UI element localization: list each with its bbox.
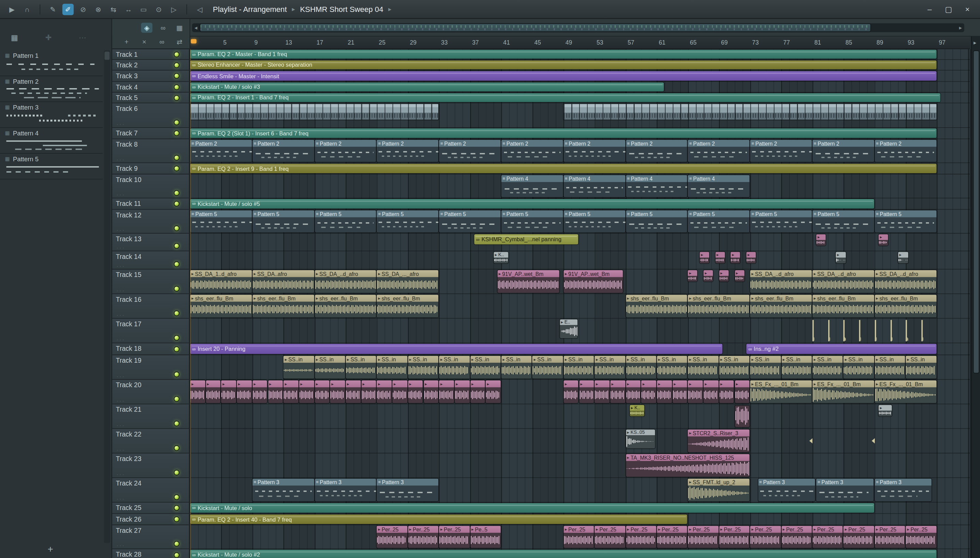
audio-clip[interactable]: ▸ — [719, 381, 734, 403]
audio-clip-small[interactable]: ▸KS..05 — [626, 429, 655, 448]
track-lane[interactable]: ∞Kickstart - Mute / solo #5 — [190, 199, 970, 210]
track-mute-led[interactable] — [174, 552, 180, 558]
automation-clip[interactable]: ∞Endless Smile - Master - Intensit — [190, 71, 936, 80]
audio-clip-small[interactable]: ▸E.. — [560, 319, 578, 338]
swap-icon[interactable]: ⇄ — [174, 36, 185, 47]
track-mute-led[interactable] — [174, 396, 180, 402]
track-header[interactable]: Track 17··· — [112, 319, 189, 343]
select-tool-icon[interactable]: ▭ — [138, 3, 149, 15]
track-header[interactable]: Track 9 — [112, 163, 189, 174]
track-header[interactable]: Track 7 — [112, 128, 189, 139]
pattern-clip[interactable]: ≡Pattern 2 — [501, 140, 563, 162]
audio-clip[interactable]: ▸ — [377, 381, 392, 403]
pattern-clip[interactable]: ≡Pattern 2 — [750, 140, 812, 162]
track-lane[interactable]: ∞Kickstart - Mute / solo — [190, 502, 970, 514]
pattern-clip[interactable]: ≡Pattern 2 — [626, 140, 687, 162]
playlist-vertical-scrollbar[interactable] — [971, 36, 980, 558]
pattern-clip[interactable]: ≡Pattern 5 — [875, 210, 936, 232]
automation-clip[interactable]: ∞Ins..ng #2 — [746, 344, 936, 354]
audio-clip[interactable]: ▸Per..25 — [439, 526, 469, 548]
pattern-clip[interactable]: ≡Pattern 3 — [816, 479, 873, 502]
audio-clip[interactable]: ▸SS..in — [408, 356, 438, 379]
audio-clip[interactable]: ▸ — [361, 381, 376, 403]
audio-clip[interactable]: ▸Per..25 — [844, 526, 874, 548]
headphones-icon[interactable]: ∩ — [21, 3, 33, 15]
mute-tool-icon[interactable]: ⊗ — [92, 3, 104, 15]
playlist-scrollbar-handle[interactable] — [200, 24, 870, 31]
pattern-clip[interactable]: ≡Pattern 3 — [315, 479, 376, 502]
audio-clip-small[interactable]: ▸K.. — [493, 252, 508, 263]
track-header[interactable]: Track 26 — [112, 514, 189, 525]
audio-clip[interactable]: ▸ — [237, 381, 252, 403]
track-header[interactable]: Track 28 — [112, 549, 189, 558]
audio-clip[interactable]: ▸shs_eer..flu_Bm — [813, 295, 874, 317]
audio-clip[interactable]: ▸ — [642, 381, 657, 403]
audio-clip[interactable]: ▸Per..25 — [657, 526, 687, 548]
track-lane[interactable]: ∞Kickstart - Mute / solo #3 — [190, 82, 970, 92]
audio-clip[interactable]: ▸shs_eer..flu_Bm — [377, 295, 438, 317]
audio-clip[interactable]: ▸SS..in — [284, 356, 314, 379]
pattern-item[interactable]: ▦Pattern 3 — [0, 102, 103, 128]
pattern-clip[interactable]: ≡Pattern 2 — [315, 140, 376, 162]
track-mute-led[interactable] — [174, 335, 180, 341]
audio-clip[interactable]: ▸ — [315, 381, 330, 403]
audio-clip[interactable]: ▸Per..25 — [750, 526, 781, 548]
pattern-clip[interactable]: ≡Pattern 4 — [563, 175, 625, 197]
track-lane[interactable]: ∞Param. EQ 2 - Master - Band 1 freq — [190, 49, 970, 59]
audio-clip[interactable]: ▸ — [563, 381, 578, 403]
automation-clip[interactable]: ∞Param. EQ 2 - Master - Band 1 freq — [190, 50, 936, 59]
playlist-vertical-scrollbar-handle[interactable] — [973, 50, 980, 374]
audio-clip-small[interactable]: ▸ — [688, 270, 698, 281]
pattern-clip[interactable]: ≡Pattern 3 — [377, 479, 438, 502]
audio-clip[interactable]: ▸ — [672, 381, 687, 403]
link-icon[interactable]: ∞ — [158, 23, 169, 33]
play-icon[interactable]: ▶ — [7, 3, 18, 15]
pattern-clip[interactable]: ≡Pattern 2 — [813, 140, 874, 162]
audio-clip[interactable]: ▸ — [253, 381, 268, 403]
audio-stab-clip[interactable] — [828, 320, 830, 341]
cut-icon[interactable]: × — [138, 36, 150, 47]
pattern-menu-icon[interactable]: ⋯ — [77, 33, 88, 43]
track-mute-led[interactable] — [174, 95, 180, 101]
pattern-clip[interactable]: ≡Pattern 5 — [377, 210, 438, 232]
audio-clip[interactable]: ▸SS..in — [532, 356, 563, 379]
audio-clip[interactable]: ▸SS_FMT..ld_up_2 — [688, 479, 750, 502]
pattern-item[interactable]: ▦Pattern 2 — [0, 76, 103, 102]
audio-clip[interactable]: ▸SS..in — [377, 356, 408, 379]
audio-clip[interactable]: ▸SS..in — [657, 356, 687, 379]
track-mute-led[interactable] — [174, 51, 180, 57]
pattern-clip[interactable]: ≡Pattern 5 — [563, 210, 625, 232]
track-mute-led[interactable] — [174, 517, 180, 522]
track-header[interactable]: Track 6··· — [112, 103, 189, 128]
audio-clip-small[interactable]: ▸ — [836, 252, 846, 263]
pattern-clip[interactable]: ≡Pattern 4 — [688, 175, 750, 197]
arrangement-name[interactable]: KSHMR Short Sweep 04 — [300, 5, 383, 14]
track-header[interactable]: Track 8··· — [112, 139, 189, 163]
audio-stab-clip[interactable] — [844, 320, 845, 341]
pattern-clip[interactable]: ≡Pattern 2 — [377, 140, 438, 162]
audio-clip[interactable]: ▸ — [595, 381, 610, 403]
track-header[interactable]: Track 25 — [112, 502, 189, 514]
automation-clip[interactable]: ∞Kickstart - Mute / solo #5 — [190, 199, 874, 208]
track-lane[interactable]: ∞Param. EQ 2 - Insert 9 - Band 1 freq — [190, 163, 970, 174]
audio-stab-clip[interactable] — [813, 320, 815, 341]
audio-clip[interactable]: ▸ — [268, 381, 283, 403]
audio-clip[interactable]: ▸Per..25 — [626, 526, 657, 548]
audio-clip[interactable]: ▸ — [626, 381, 641, 403]
automation-clip[interactable]: ∞Param. EQ 2 - Insert 1 - Band 7 freq — [190, 93, 940, 102]
automation-clip[interactable]: ∞Param. EQ 2 - Insert 9 - Band 1 freq — [190, 164, 936, 173]
audio-clip-small[interactable]: ▸ — [898, 252, 908, 263]
track-mute-led[interactable] — [174, 243, 180, 249]
audio-clip[interactable]: ▸SS..in — [875, 356, 906, 379]
track-header[interactable]: Track 16··· — [112, 294, 189, 318]
audio-clip[interactable]: ▸SS_DA_..d_afro — [315, 270, 376, 293]
multi-tool-icon[interactable]: ◈ — [141, 23, 153, 33]
track-lane[interactable]: ▸SS..in▸SS..in▸SS..in▸SS..in▸SS..in▸SS..… — [190, 355, 970, 380]
track-lane[interactable]: ▸SS_DA_1..d_afro▸SS_DA..afro▸SS_DA_..d_a… — [190, 269, 970, 294]
pattern-item[interactable]: ▦Pattern 4 — [0, 128, 103, 154]
audio-stab-clip[interactable] — [809, 429, 813, 451]
audio-stab-clip[interactable] — [875, 320, 877, 341]
pattern-clip[interactable]: ≡Pattern 5 — [439, 210, 501, 232]
audio-clip[interactable]: ▸STCR2_S..Riser_3 — [688, 429, 750, 452]
track-lane[interactable]: ▸K..▸ — [190, 404, 970, 429]
